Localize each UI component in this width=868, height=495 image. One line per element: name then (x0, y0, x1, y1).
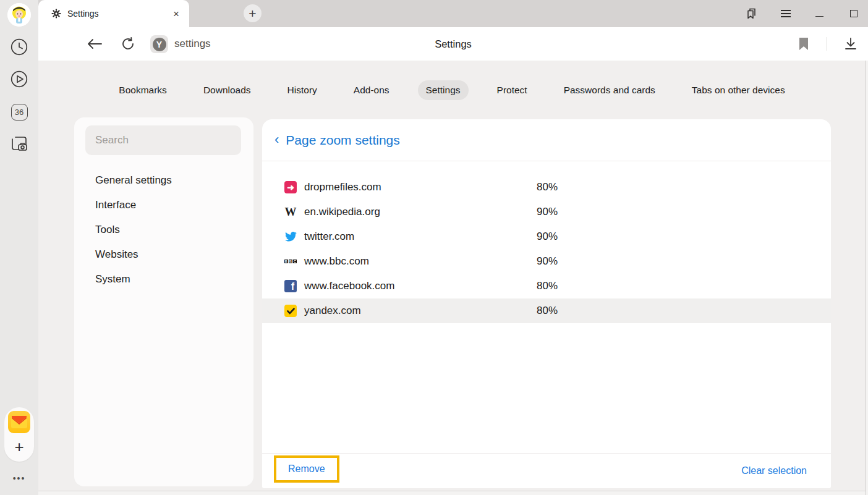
sidebar-item-interface[interactable]: Interface (74, 193, 253, 218)
tab-close-icon[interactable]: × (173, 9, 179, 19)
back-chevron-icon[interactable]: ‹ (274, 133, 279, 146)
new-tab-button[interactable]: + (244, 4, 262, 22)
bbc-favicon: BBC (284, 255, 297, 268)
browser-tab-settings[interactable]: Settings × (38, 0, 189, 27)
site-zoom-value: 80% (537, 181, 558, 193)
avatar-illustration (7, 3, 31, 27)
user-avatar[interactable] (7, 3, 31, 27)
window-maximize-icon[interactable] (841, 0, 867, 27)
menu-icon[interactable] (773, 0, 799, 27)
settings-sidebar-list: General settings Interface Tools Website… (74, 168, 253, 292)
rail-quick-actions: + (4, 407, 34, 462)
nav-settings[interactable]: Settings (418, 80, 469, 100)
site-domain: en.wikipedia.org (304, 206, 380, 218)
tab-title: Settings (67, 9, 173, 19)
settings-nav: Bookmarks Downloads History Add-ons Sett… (38, 61, 866, 119)
site-row-dropmefiles[interactable]: ➜ dropmefiles.com 80% (262, 175, 831, 200)
screenshot-icon[interactable] (9, 133, 30, 154)
tab-bar: Settings × + ✕ (38, 0, 868, 27)
reload-icon[interactable] (119, 35, 137, 53)
site-domain: www.facebook.com (304, 280, 394, 292)
toolbar-divider (827, 37, 827, 51)
nav-protect[interactable]: Protect (489, 80, 535, 100)
site-row-facebook[interactable]: f www.facebook.com 80% (262, 274, 831, 298)
video-play-icon[interactable] (9, 69, 30, 90)
facebook-favicon: f (284, 280, 297, 292)
tab-counter-badge[interactable]: 36 (9, 101, 30, 122)
sidebar-item-websites[interactable]: Websites (74, 242, 253, 267)
side-rail: 36 + ••• (0, 0, 38, 495)
page-zoom-settings-card: ‹ Page zoom settings ➜ dropmefiles.com 8… (262, 119, 831, 488)
site-zoom-value: 90% (537, 206, 558, 218)
wikipedia-favicon: W (284, 206, 297, 218)
settings-sidebar: General settings Interface Tools Website… (74, 117, 253, 486)
nav-passwords-and-cards[interactable]: Passwords and cards (556, 80, 663, 100)
site-zoom-value: 80% (537, 305, 558, 317)
dropmefiles-favicon: ➜ (284, 181, 297, 193)
site-zoom-value: 90% (537, 231, 558, 243)
selected-checkbox-icon[interactable] (284, 305, 297, 317)
zoom-site-list: ➜ dropmefiles.com 80% W en.wikipedia.org… (262, 175, 831, 323)
site-row-twitter[interactable]: twitter.com 90% (262, 224, 831, 249)
zoom-panel-footer: Remove Clear selection (262, 453, 831, 488)
search-input[interactable] (85, 125, 241, 155)
site-row-yandex-selected[interactable]: yandex.com 80% (262, 298, 831, 323)
address-bar-url[interactable]: settings (174, 27, 211, 61)
site-row-bbc[interactable]: BBC www.bbc.com 90% (262, 249, 831, 274)
sidebar-item-system[interactable]: System (74, 267, 253, 292)
collections-icon[interactable] (739, 0, 765, 27)
site-domain: twitter.com (304, 231, 354, 243)
bbc-letter: B (289, 260, 292, 263)
clear-selection-button[interactable]: Clear selection (741, 465, 807, 476)
site-domain: dropmefiles.com (304, 181, 381, 193)
yandex-mail-icon[interactable] (8, 411, 30, 433)
site-zoom-value: 90% (537, 255, 558, 268)
remove-button[interactable]: Remove (288, 463, 325, 475)
site-domain: yandex.com (304, 305, 361, 317)
bbc-letter: B (284, 260, 288, 263)
site-domain: www.bbc.com (304, 255, 369, 268)
window-minimize-icon[interactable] (806, 0, 832, 27)
nav-downloads[interactable]: Downloads (195, 80, 259, 100)
back-icon[interactable] (85, 35, 104, 53)
site-row-wikipedia[interactable]: W en.wikipedia.org 90% (262, 200, 831, 224)
sidebar-item-tools[interactable]: Tools (74, 218, 253, 242)
browser-toolbar: Y settings Settings (38, 27, 868, 61)
nav-bookmarks[interactable]: Bookmarks (111, 80, 175, 100)
vertical-scrollbar[interactable] (866, 61, 868, 495)
nav-add-ons[interactable]: Add-ons (346, 80, 398, 100)
rail-add-icon[interactable]: + (8, 436, 30, 458)
twitter-favicon (284, 231, 297, 243)
page-zoom-settings-header[interactable]: ‹ Page zoom settings (262, 119, 831, 161)
gear-icon (51, 8, 62, 19)
nav-tabs-on-other-devices[interactable]: Tabs on other devices (684, 80, 793, 100)
nav-history[interactable]: History (279, 80, 325, 100)
bbc-letter: C (293, 260, 297, 263)
horizontal-scrollbar[interactable] (38, 491, 866, 495)
tab-counter-value: 36 (11, 104, 28, 121)
site-zoom-value: 80% (537, 280, 558, 292)
rail-more-icon[interactable]: ••• (0, 473, 38, 483)
remove-button-highlight: Remove (274, 455, 339, 483)
yandex-y-icon: Y (153, 38, 166, 51)
bookmark-icon[interactable] (794, 35, 813, 53)
download-icon[interactable] (841, 35, 860, 53)
page-title: Page zoom settings (286, 133, 399, 148)
history-icon[interactable] (9, 36, 30, 57)
site-badge[interactable]: Y (150, 35, 168, 53)
sidebar-item-general-settings[interactable]: General settings (74, 168, 253, 193)
